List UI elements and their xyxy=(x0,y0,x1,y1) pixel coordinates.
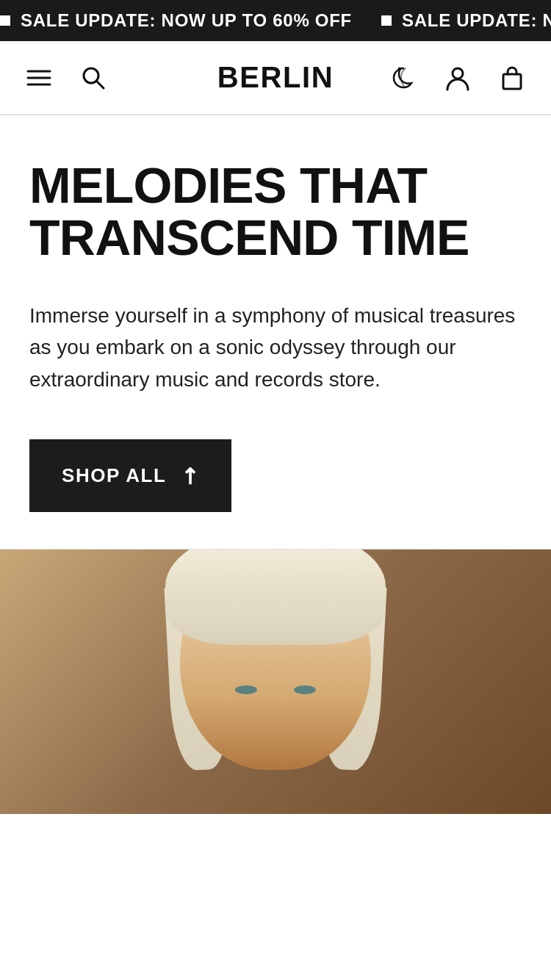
hero-image xyxy=(0,550,551,814)
moon-icon xyxy=(389,64,417,92)
announcement-dot xyxy=(381,15,392,26)
hero-description: Immerse yourself in a symphony of musica… xyxy=(29,300,522,395)
search-button[interactable] xyxy=(76,61,110,95)
announcement-marquee: SALE UPDATE: NOW UP TO 60% OFF SALE UPDA… xyxy=(0,10,551,31)
svg-line-4 xyxy=(97,81,104,88)
dark-mode-button[interactable] xyxy=(386,61,420,95)
announcement-item: SALE UPDATE: NOW UP TO 60% OFF xyxy=(381,10,551,31)
announcement-text: SALE UPDATE: NOW UP TO 60% OFF xyxy=(402,10,551,31)
announcement-text: SALE UPDATE: NOW UP TO 60% OFF xyxy=(21,10,352,31)
brand-logo[interactable]: BERLIN xyxy=(217,61,334,93)
cart-button[interactable] xyxy=(495,61,529,95)
shop-all-label: SHOP ALL xyxy=(62,464,167,487)
hair-top xyxy=(165,550,386,645)
hero-image-section xyxy=(0,550,551,814)
header-left xyxy=(22,61,110,95)
shop-all-button[interactable]: SHOP ALL ↗ xyxy=(29,439,231,512)
announcement-bar: SALE UPDATE: NOW UP TO 60% OFF SALE UPDA… xyxy=(0,0,551,41)
hero-title: MELODIES THAT TRANSCEND TIME xyxy=(29,159,522,264)
svg-rect-6 xyxy=(503,74,521,89)
header: BERLIN xyxy=(0,41,551,115)
header-center: BERLIN xyxy=(217,61,334,94)
svg-point-5 xyxy=(453,68,463,79)
eye-left xyxy=(235,685,257,694)
announcement-item: SALE UPDATE: NOW UP TO 60% OFF xyxy=(0,10,352,31)
account-button[interactable] xyxy=(441,61,475,95)
eye-right xyxy=(294,685,316,694)
bag-icon xyxy=(498,64,526,92)
hero-section: MELODIES THAT TRANSCEND TIME Immerse you… xyxy=(0,115,551,549)
header-right xyxy=(386,61,529,95)
person-icon xyxy=(444,64,472,92)
menu-button[interactable] xyxy=(22,61,56,95)
arrow-icon: ↗ xyxy=(173,460,206,492)
search-icon xyxy=(79,64,107,92)
announcement-dot xyxy=(0,15,10,26)
hamburger-icon xyxy=(25,64,53,92)
